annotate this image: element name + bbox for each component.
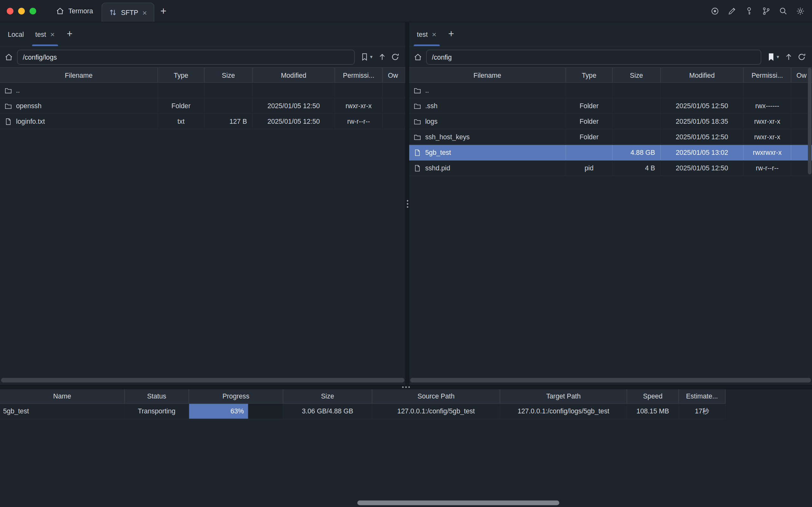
tab-test-right-close-icon[interactable]: ×: [432, 30, 436, 38]
table-row[interactable]: openssh Folder 2025/01/05 12:50 rwxr-xr-…: [0, 98, 405, 114]
chevron-down-icon: ▼: [776, 55, 780, 59]
keys-button[interactable]: [743, 5, 755, 17]
column-header-type[interactable]: Type: [158, 68, 205, 82]
file-permissions: rwxr-xr-x: [335, 98, 383, 113]
column-header-size[interactable]: Size: [205, 68, 253, 82]
column-header-status[interactable]: Status: [125, 389, 189, 403]
tab-local[interactable]: Local: [2, 22, 30, 46]
column-header-permissions[interactable]: Permissi...: [744, 68, 791, 82]
table-row[interactable]: ssh_host_keys Folder 2025/01/05 12:50 rw…: [409, 129, 812, 145]
refresh-icon: [797, 53, 806, 61]
search-icon: [779, 6, 788, 15]
file-modified: 2025/01/05 12:50: [661, 98, 744, 113]
titlebar: Termora SFTP × +: [0, 0, 812, 22]
transfer-size: 3.06 GB/4.88 GB: [283, 404, 372, 418]
folder-icon: [414, 87, 421, 94]
file-icon: [414, 164, 421, 172]
column-header-speed[interactable]: Speed: [627, 389, 679, 403]
file-name: ..: [425, 86, 429, 94]
maximize-window-button[interactable]: [30, 8, 36, 14]
close-window-button[interactable]: [7, 8, 13, 14]
column-header-filename[interactable]: Filename: [409, 68, 566, 82]
remote-pane-tabs: test × +: [409, 22, 812, 47]
transfer-row[interactable]: 5gb_test Transporting 63% 3.06 GB/4.88 G…: [0, 404, 726, 419]
column-header-permissions[interactable]: Permissi...: [335, 68, 383, 82]
progress-label: 63%: [230, 407, 244, 415]
right-bookmark-button[interactable]: ▼: [765, 53, 781, 61]
bookmark-filled-icon: [767, 53, 775, 61]
file-name: logs: [425, 117, 437, 125]
local-pane-tabs: Local test × +: [0, 22, 405, 47]
file-type: txt: [158, 114, 205, 129]
right-new-tab-button[interactable]: +: [442, 22, 460, 46]
record-button[interactable]: [708, 5, 721, 17]
file-icon: [414, 149, 421, 156]
table-row-selected[interactable]: 5gb_test 4.88 GB 2025/01/05 13:02 rwxrwx…: [409, 145, 812, 161]
splitter-handle-icon: [402, 386, 410, 388]
column-header-size[interactable]: Size: [283, 389, 372, 403]
tab-sftp[interactable]: SFTP ×: [101, 3, 154, 21]
minimize-window-button[interactable]: [18, 8, 25, 14]
tab-test-left[interactable]: test ×: [30, 22, 60, 46]
column-header-source-path[interactable]: Source Path: [372, 389, 500, 403]
bottom-horizontal-scrollbar[interactable]: [358, 501, 559, 505]
file-size: [613, 114, 661, 129]
transfers-table: Name Status Progress Size Source Path Ta…: [0, 389, 726, 419]
transfer-speed: 108.15 MB: [627, 404, 679, 418]
pane-splitter[interactable]: [405, 22, 409, 385]
tab-test-right[interactable]: test ×: [411, 22, 442, 46]
column-header-type[interactable]: Type: [566, 68, 613, 82]
table-row[interactable]: logs Folder 2025/01/05 18:35 rwxr-xr-x: [409, 114, 812, 129]
file-modified: 2025/01/05 12:50: [253, 98, 335, 113]
file-name: ..: [16, 86, 20, 94]
column-header-filename[interactable]: Filename: [0, 68, 158, 82]
git-branch-icon: [762, 6, 770, 15]
right-refresh-button[interactable]: [796, 53, 807, 61]
file-size: [613, 98, 661, 113]
right-path-input[interactable]: [426, 50, 762, 64]
left-home-button[interactable]: [5, 53, 13, 61]
transfers-splitter[interactable]: [0, 385, 812, 389]
right-parent-dir-button[interactable]: [783, 53, 795, 61]
column-header-owner[interactable]: Ow: [383, 68, 406, 82]
column-header-size[interactable]: Size: [613, 68, 661, 82]
right-horizontal-scrollbar[interactable]: [410, 378, 811, 383]
file-permissions: [744, 83, 791, 98]
table-row[interactable]: .ssh Folder 2025/01/05 12:50 rwx------: [409, 98, 812, 114]
table-row[interactable]: sshd.pid pid 4 B 2025/01/05 12:50 rw-r--…: [409, 161, 812, 176]
git-branch-button[interactable]: [760, 5, 772, 17]
column-header-modified[interactable]: Modified: [253, 68, 335, 82]
edit-button[interactable]: [726, 5, 738, 17]
new-tab-button[interactable]: +: [154, 0, 173, 22]
left-new-tab-button[interactable]: +: [61, 22, 79, 46]
column-header-name[interactable]: Name: [0, 389, 125, 403]
folder-icon: [5, 87, 12, 94]
left-horizontal-scrollbar[interactable]: [1, 378, 404, 383]
file-modified: 2025/01/05 13:02: [661, 145, 744, 160]
settings-button[interactable]: [794, 5, 806, 17]
left-parent-dir-button[interactable]: [376, 53, 388, 61]
file-permissions: rw-r--r--: [744, 161, 791, 175]
left-path-input[interactable]: [17, 50, 355, 64]
tab-sftp-close-icon[interactable]: ×: [143, 9, 147, 16]
column-header-estimate[interactable]: Estimate...: [679, 389, 726, 403]
file-permissions: [335, 83, 383, 98]
tab-test-left-close-icon[interactable]: ×: [50, 30, 55, 38]
column-header-modified[interactable]: Modified: [661, 68, 744, 82]
app-tab-termora[interactable]: Termora: [48, 0, 101, 22]
column-header-target-path[interactable]: Target Path: [500, 389, 627, 403]
search-button[interactable]: [777, 5, 789, 17]
table-row[interactable]: ..: [0, 83, 405, 98]
table-row[interactable]: ..: [409, 83, 812, 98]
column-header-progress[interactable]: Progress: [189, 389, 283, 403]
left-bookmark-button[interactable]: ▼: [359, 53, 375, 61]
right-vertical-scrollbar[interactable]: [808, 68, 811, 174]
right-home-button[interactable]: [414, 53, 422, 61]
splitter-handle-icon: [407, 200, 408, 208]
left-refresh-button[interactable]: [389, 53, 401, 61]
left-path-actions: ▼: [359, 53, 401, 61]
table-row[interactable]: loginfo.txt txt 127 B 2025/01/05 12:50 r…: [0, 114, 405, 129]
file-size: [205, 98, 253, 113]
bookmark-icon: [361, 53, 369, 61]
titlebar-actions: [708, 0, 806, 22]
